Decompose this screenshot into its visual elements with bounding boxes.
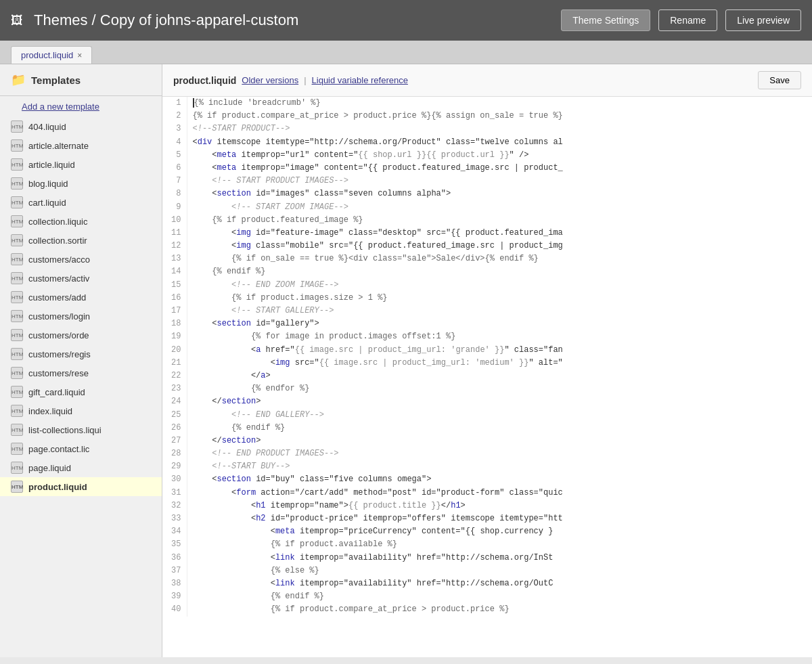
line-code[interactable]: <meta itemprop="url" content="{{ shop.ur… (187, 149, 812, 162)
older-versions-link[interactable]: Older versions (242, 75, 298, 85)
line-code[interactable]: <!-- START ZOOM IMAGE--> (187, 201, 812, 214)
rename-button[interactable]: Rename (658, 9, 717, 31)
line-number: 9 (162, 201, 187, 214)
sidebar-item[interactable]: HTMarticle.liquid (0, 155, 162, 174)
line-code[interactable]: </section> (187, 435, 812, 447)
sidebar-item-label: product.liquid (28, 482, 87, 492)
line-code[interactable]: <link itemprop="availability" href="http… (187, 552, 812, 565)
line-code[interactable]: <meta itemprop="image" content="{{ produ… (187, 162, 812, 175)
table-row: 36 <link itemprop="availability" href="h… (162, 552, 812, 565)
table-row: 8 <section id="images" class="seven colu… (162, 187, 812, 200)
live-preview-button[interactable]: Live preview (725, 9, 801, 31)
line-code[interactable]: <!--START BUY--> (187, 460, 812, 473)
liquid-var-ref-link[interactable]: Liquid variable reference (312, 75, 408, 85)
line-code[interactable]: <div itemscope itemtype="http://schema.o… (187, 136, 812, 149)
line-code[interactable]: <section id="images" class="seven column… (187, 187, 812, 200)
theme-settings-button[interactable]: Theme Settings (561, 9, 650, 31)
sidebar-item[interactable]: HTMlist-collections.liqui (0, 420, 162, 439)
line-code[interactable]: </a> (187, 370, 812, 382)
line-number: 28 (162, 447, 187, 460)
table-row: 21 <img src="{{ image.src | product_img_… (162, 357, 812, 370)
sidebar-item[interactable]: HTMproduct.liquid (0, 477, 162, 496)
sidebar-items: HTM404.liquidHTMarticle.alternateHTMarti… (0, 117, 162, 496)
line-code[interactable]: {% endfor %} (187, 382, 812, 395)
line-code[interactable]: <form action="/cart/add" method="post" i… (187, 487, 812, 500)
line-code[interactable]: {% if product.images.size > 1 %} (187, 292, 812, 305)
line-number: 29 (162, 460, 187, 473)
line-code[interactable]: <!-- END GALLERY--> (187, 409, 812, 422)
line-number: 21 (162, 357, 187, 370)
line-code[interactable]: {% else %} (187, 565, 812, 577)
sidebar-item[interactable]: HTMcart.liquid (0, 193, 162, 212)
line-code[interactable]: <!-- START GALLERY--> (187, 305, 812, 317)
sidebar-item[interactable]: HTMindex.liquid (0, 401, 162, 420)
file-icon: HTM (11, 367, 23, 379)
line-code[interactable]: {% if product.compare_at_price > product… (187, 603, 812, 616)
file-icon: HTM (11, 272, 23, 284)
line-code[interactable]: <!-- END ZOOM IMAGE--> (187, 279, 812, 292)
sidebar-item[interactable]: HTMcustomers/activ (0, 269, 162, 288)
sidebar-item[interactable]: HTMcollection.sortir (0, 231, 162, 250)
table-row: 18 <section id="gallery"> (162, 317, 812, 330)
table-row: 25 <!-- END GALLERY--> (162, 409, 812, 422)
sidebar-item[interactable]: HTMcollection.liquic (0, 212, 162, 231)
line-code[interactable]: <!-- END PRODUCT IMAGES--> (187, 447, 812, 460)
line-code[interactable]: <meta itemprop="priceCurrency" content="… (187, 525, 812, 538)
table-row: 3<!--START PRODUCT--> (162, 123, 812, 135)
table-row: 39 {% endif %} (162, 590, 812, 603)
code-editor[interactable]: 1{% include 'breadcrumb' %}2{% if produc… (162, 97, 812, 657)
table-row: 7 <!-- START PRODUCT IMAGES--> (162, 175, 812, 187)
sidebar-title: Templates (31, 74, 81, 86)
line-code[interactable]: {% if product.available %} (187, 538, 812, 551)
line-code[interactable]: <h1 itemprop="name">{{ product.title }}<… (187, 500, 812, 512)
file-icon: HTM (11, 329, 23, 341)
sidebar-item[interactable]: HTMpage.contact.lic (0, 439, 162, 458)
sidebar-item[interactable]: HTMcustomers/orde (0, 326, 162, 345)
sidebar-item[interactable]: HTMcustomers/regis (0, 345, 162, 363)
line-code[interactable]: {% include 'breadcrumb' %} (187, 97, 812, 110)
line-code[interactable]: <section id="buy" class="five columns om… (187, 473, 812, 486)
line-code[interactable]: <img class="mobile" src="{{ product.feat… (187, 240, 812, 252)
sidebar-item[interactable]: HTMarticle.alternate (0, 136, 162, 155)
line-number: 23 (162, 382, 187, 395)
line-code[interactable]: <img src="{{ image.src | product_img_url… (187, 357, 812, 370)
sidebar-item[interactable]: HTMblog.liquid (0, 174, 162, 193)
line-code[interactable]: {% endif %} (187, 590, 812, 603)
sidebar-item[interactable]: HTMpage.liquid (0, 458, 162, 477)
line-code[interactable]: <img id="feature-image" class="desktop" … (187, 227, 812, 240)
line-code[interactable]: <h2 id="product-price" itemprop="offers"… (187, 512, 812, 525)
sidebar-item[interactable]: HTMcustomers/rese (0, 363, 162, 382)
line-code[interactable]: <section id="gallery"> (187, 317, 812, 330)
line-code[interactable]: {% endif %} (187, 265, 812, 278)
sidebar-item[interactable]: HTMcustomers/add (0, 288, 162, 307)
line-number: 20 (162, 344, 187, 357)
line-code[interactable]: <a href="{{ image.src | product_img_url:… (187, 344, 812, 357)
line-code[interactable]: {% if product.featured_image %} (187, 214, 812, 227)
save-button[interactable]: Save (758, 71, 801, 89)
tab-close-icon[interactable]: × (77, 51, 82, 60)
pipe-separator: | (304, 75, 306, 85)
line-number: 11 (162, 227, 187, 240)
line-code[interactable]: {% endif %} (187, 422, 812, 435)
line-code[interactable]: </section> (187, 395, 812, 408)
line-code[interactable]: {% for image in product.images offset:1 … (187, 330, 812, 343)
line-code[interactable]: {% if on_sale == true %}<div class="sale… (187, 252, 812, 265)
tab-product-liquid[interactable]: product.liquid × (11, 46, 92, 64)
line-number: 3 (162, 123, 187, 135)
table-row: 40 {% if product.compare_at_price > prod… (162, 603, 812, 616)
sidebar-item[interactable]: HTMcustomers/acco (0, 250, 162, 269)
tab-label: product.liquid (21, 50, 73, 60)
file-icon: HTM (11, 215, 23, 227)
sidebar-item[interactable]: HTMgift_card.liquid (0, 382, 162, 401)
file-icon: HTM (11, 158, 23, 171)
line-code[interactable]: {% if product.compare_at_price > product… (187, 110, 812, 123)
add-template-link[interactable]: Add a new template (0, 96, 162, 117)
file-icon: HTM (11, 234, 23, 246)
sidebar-item[interactable]: HTM404.liquid (0, 117, 162, 136)
line-code[interactable]: <link itemprop="availability" href="http… (187, 577, 812, 590)
line-number: 4 (162, 136, 187, 149)
sidebar-item[interactable]: HTMcustomers/login (0, 307, 162, 326)
line-code[interactable]: <!-- START PRODUCT IMAGES--> (187, 175, 812, 187)
sidebar-item-label: customers/rese (28, 368, 89, 378)
line-code[interactable]: <!--START PRODUCT--> (187, 123, 812, 135)
